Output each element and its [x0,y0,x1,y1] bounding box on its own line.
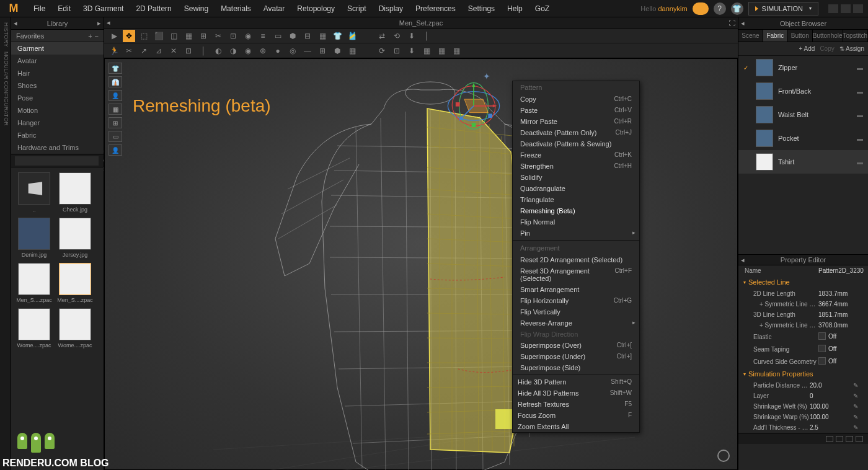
menu-materials[interactable]: Materials [215,1,257,17]
tool-button[interactable]: ⊡ [391,45,403,57]
library-thumb[interactable]: Wome....zpac [16,308,52,348]
close-button[interactable] [853,4,863,13]
property-row[interactable]: Seam TapingOff [738,343,868,355]
property-row[interactable]: ElasticOff [738,330,868,343]
context-menu-item-mirror-paste[interactable]: Mirror PasteCtrl+R [513,116,639,127]
menu-help[interactable]: Help [501,1,529,17]
fabric-item-zipper[interactable]: ✓Zipper▬ [738,56,868,79]
tool-button[interactable] [361,45,373,57]
context-menu-item-superimpose-over-[interactable]: Superimpose (Over)Ctrl+[ [513,340,639,351]
context-menu-item-reverse-arrange[interactable]: Reverse-Arrange [513,317,639,329]
tool-button[interactable]: ⟳ [376,45,388,57]
context-menu-item-deactivate-pattern-sewing-[interactable]: Deactivate (Pattern & Sewing) [513,138,639,149]
layout-icon-4[interactable] [856,436,863,442]
tool-button[interactable]: ⬚ [138,30,150,42]
tool-button[interactable]: ⊟ [301,30,314,42]
library-category-garment[interactable]: Garment [11,42,104,55]
property-row[interactable]: Particle Distance (mm)20.0✎ [738,380,868,391]
layout-icon-2[interactable] [836,436,843,442]
tool-button[interactable]: ▦ [182,30,195,42]
edit-icon[interactable]: ✎ [853,382,862,389]
tool-button[interactable] [361,30,373,42]
library-category-motion[interactable]: Motion [11,104,104,117]
add-button[interactable]: + Add [799,45,815,52]
property-row[interactable]: Shrinkage Warp (%)100.00✎ [738,412,868,422]
layout-icon-1[interactable] [826,436,833,442]
tool-button[interactable]: ◉ [242,30,254,42]
tool-button[interactable]: ✥ [123,30,135,42]
library-category-hair[interactable]: Hair [11,67,104,79]
tool-button[interactable]: ● [272,45,284,57]
viewport-mode-button[interactable]: ▦ [108,104,122,115]
object-tab-fabric[interactable]: Fabric [763,30,788,42]
object-tab-topstitch[interactable]: Topstitch [843,30,868,42]
property-row[interactable]: Layer0✎ [738,391,868,401]
context-menu-item-solidify[interactable]: Solidify [513,172,639,183]
context-menu-item-refresh-textures[interactable]: Refresh TexturesF5 [513,399,639,410]
tool-button[interactable]: ⬇ [405,45,418,57]
panel-collapse-right-icon[interactable]: ▸ [97,19,101,27]
context-menu-item-zoom-extents-all[interactable]: Zoom Extents All [513,421,639,432]
cloud-sync-icon[interactable] [693,2,709,15]
menu-retopology[interactable]: Retopology [291,1,341,17]
tool-button[interactable]: ⊡ [227,30,239,42]
viewport-settings-icon[interactable] [717,450,730,462]
drag-handle-icon[interactable]: ▬ [857,112,863,118]
tool-button[interactable]: │ [197,45,210,57]
tool-button[interactable]: ⊕ [257,45,269,57]
tool-button[interactable]: ⟲ [391,30,403,42]
viewport-mode-button[interactable]: 👔 [108,76,122,87]
3d-viewport[interactable]: 👕👔👤▦⊞▭👤 Remeshing (beta) [104,58,738,470]
context-menu-item-quadrangulate[interactable]: Quadrangulate [513,183,639,194]
tool-button[interactable]: ▦ [420,45,433,57]
menu-file[interactable]: File [27,1,51,17]
help-icon[interactable]: ? [714,2,726,15]
tool-button[interactable]: 🏃 [108,45,120,57]
context-menu-item-focus-zoom[interactable]: Focus ZoomF [513,410,639,421]
tool-button[interactable]: ◉ [242,45,254,57]
menu-edit[interactable]: Edit [51,1,77,17]
viewport-mode-button[interactable]: 👕 [108,63,122,74]
tool-button[interactable]: ◎ [286,45,299,57]
context-menu-item-hide-3d-pattern[interactable]: Hide 3D PatternShift+Q [513,376,639,388]
edit-icon[interactable]: ✎ [853,414,862,420]
menu-display[interactable]: Display [373,1,409,17]
section-simulation-properties[interactable]: Simulation Properties [738,368,868,380]
menu-avatar[interactable]: Avatar [257,1,291,17]
fabric-item-front-back[interactable]: Front/Back▬ [738,79,868,103]
tool-button[interactable]: 👕 [331,30,343,42]
favorites-header[interactable]: Favorites + − [11,30,104,42]
viewport-mode-button[interactable]: ▭ [108,131,122,142]
viewport-expand-icon[interactable]: ⛶ [728,19,735,27]
tool-button[interactable]: ✂ [123,45,135,57]
context-menu-item-superimpose-under-[interactable]: Superimpose (Under)Ctrl+] [513,351,639,362]
object-tab-buttonhole[interactable]: Buttonhole [813,30,843,42]
transform-gizmo[interactable] [443,78,505,140]
tool-button[interactable]: ✂ [212,30,224,42]
edit-icon[interactable]: ✎ [853,424,862,431]
context-menu-item-reset-3d-arrangement-selected-[interactable]: Reset 3D Arrangement (Selected)Ctrl+F [513,265,639,284]
viewport-mode-button[interactable]: 👤 [108,144,122,156]
context-menu-item-copy[interactable]: CopyCtrl+C [513,94,639,105]
tool-button[interactable]: ⊡ [182,45,195,57]
library-thumb[interactable]: Men_S....zpac [16,263,52,303]
fabric-item-pocket[interactable]: Pocket▬ [738,126,868,150]
property-name-value[interactable]: Pattern2D_3230 [818,267,862,274]
context-menu-item-smart-arrangement[interactable]: Smart Arrangement [513,284,639,295]
library-search-input[interactable] [15,156,99,166]
tool-button[interactable]: ▦ [346,45,358,57]
tool-button[interactable]: ⬇ [405,30,418,42]
panel-collapse-left-icon[interactable]: ◂ [14,19,17,27]
tool-button[interactable]: ▦ [316,30,329,42]
tool-button[interactable]: ▶ [108,30,120,42]
context-menu-item-freeze[interactable]: FreezeCtrl+K [513,149,639,161]
tool-button[interactable]: ▦ [450,45,463,57]
property-row[interactable]: + Symmetric Line Length3667.4mm [738,299,868,309]
panel-collapse-icon[interactable]: ◂ [741,256,745,264]
library-thumb[interactable]: Jersey.jpg [57,218,93,258]
drag-handle-icon[interactable]: ▬ [857,159,863,166]
tool-button[interactable]: ⬛ [153,30,165,42]
library-category-avatar[interactable]: Avatar [11,55,104,67]
tool-button[interactable]: │ [420,30,433,42]
context-menu-item-paste[interactable]: PasteCtrl+V [513,105,639,116]
